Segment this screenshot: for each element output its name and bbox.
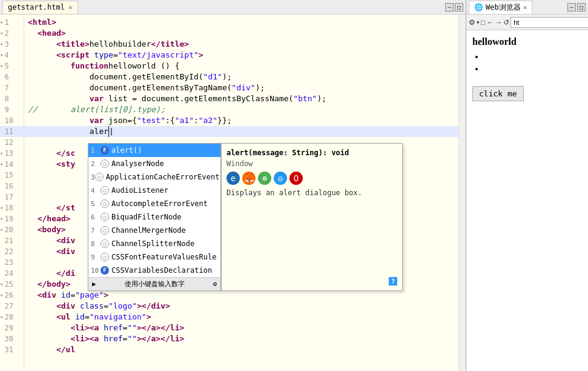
line-number: 8 <box>0 93 24 104</box>
browser-new-tab-button[interactable]: □ <box>481 16 485 28</box>
code-line-30: <li><a href=""></a></li> <box>24 333 458 344</box>
browser-panel: 🌐 Web浏览器 × — □ ⚙ ▾ □ ← → ↺ helloworld cl… <box>466 0 588 371</box>
autocomplete-item-label: AudioListener <box>111 186 218 195</box>
line-number: 29 <box>0 323 24 333</box>
line-number: 6 <box>0 72 24 82</box>
code-line-29: <li><a href=""></a></li> <box>24 323 458 333</box>
autocomplete-item-label: BiquadFilterNode <box>111 213 218 221</box>
line-number: 10 <box>0 115 24 126</box>
autocomplete-item-cssvariables[interactable]: 10 F CSSVariablesDeclaration <box>88 264 220 277</box>
line-number: ▾1 <box>0 17 24 28</box>
browser-maximize-button[interactable]: □ <box>577 3 586 12</box>
line-number: 27 <box>0 301 24 312</box>
autocomplete-item-autocompleteerror[interactable]: 5 ○ AutocompleteErrorEvent <box>88 197 220 210</box>
autocomplete-item-label: ChannelMergerNode <box>111 226 218 235</box>
line-number: 11 <box>0 126 24 137</box>
browser-dropdown-button[interactable]: ▾ <box>477 16 480 28</box>
autocomplete-item-icon: F <box>101 266 109 275</box>
autocomplete-footer-arrow: ▶ <box>92 280 96 288</box>
line-numbers: ▾1 ▾2 ▾3 ▾4 ▾5 6 7 8 9 10 11 12 ▾13 ▾14 … <box>0 15 24 371</box>
autocomplete-item-label: ApplicationCacheErrorEvent <box>106 173 220 181</box>
autocomplete-item-biquadfilter[interactable]: 6 ○ BiquadFilterNode <box>88 210 220 224</box>
editor-minimize-button[interactable]: — <box>445 3 454 12</box>
browser-toolbar: ⚙ ▾ □ ← → ↺ <box>466 15 588 30</box>
code-line-6: document.getElementById("d1"); <box>24 72 458 82</box>
code-line-7: document.getElementsByTagName("div"); <box>24 82 458 93</box>
line-number: ▾19 <box>0 213 24 224</box>
browser-tab-close[interactable]: × <box>523 4 527 12</box>
line-number: ▾28 <box>0 312 24 323</box>
browser-settings-button[interactable]: ⚙ <box>469 16 475 28</box>
line-number: 30 <box>0 333 24 344</box>
line-number: ▾18 <box>0 202 24 213</box>
browser-tab-label: Web浏览器 <box>486 2 521 13</box>
editor-tab[interactable]: getstart.html × <box>2 1 78 14</box>
code-line-3: <title>hellohbuilder</title> <box>24 39 458 50</box>
browser-heading: helloworld <box>472 36 582 47</box>
chrome-icon: ⊕ <box>258 172 271 185</box>
browser-refresh-button[interactable]: ↺ <box>503 16 509 28</box>
autocomplete-list: 1 F alert() 2 ○ AnalyserNode 3 ○ Applica… <box>88 143 221 291</box>
browser-minimize-button[interactable]: — <box>567 3 576 12</box>
autocomplete-item-label: CSSVariablesDeclaration <box>111 266 218 275</box>
autocomplete-item-channelmerger[interactable]: 7 ○ ChannelMergerNode <box>88 224 220 237</box>
autocomplete-footer: ▶ 使用小键盘输入数字 ⚙ <box>88 277 220 290</box>
autocomplete-item-num: 9 <box>91 253 101 261</box>
info-signature: alert(message: String): void <box>226 149 397 157</box>
code-line-5: function helloworld () { <box>24 61 458 72</box>
autocomplete-item-channelsplitter[interactable]: 8 ○ ChannelSplitterNode <box>88 237 220 250</box>
autocomplete-item-icon: ○ <box>95 173 104 181</box>
line-number: ▾4 <box>0 50 24 61</box>
autocomplete-item-cssfontfeature[interactable]: 9 ○ CSSFontFeatureValuesRule <box>88 250 220 264</box>
line-number: 22 <box>0 246 24 257</box>
autocomplete-footer-text: 使用小键盘输入数字 <box>125 279 185 289</box>
editor-scrollbar[interactable] <box>458 15 466 371</box>
help-icon[interactable]: ? <box>389 277 397 286</box>
autocomplete-info-panel: alert(message: String): void Window e 🦊 … <box>221 143 403 291</box>
autocomplete-item-num: 6 <box>91 213 101 221</box>
editor-tab-close[interactable]: × <box>68 4 73 12</box>
browser-tab[interactable]: 🌐 Web浏览器 × <box>469 1 532 14</box>
line-number: 9 <box>0 104 24 115</box>
line-number: 12 <box>0 137 24 148</box>
autocomplete-item-icon: ○ <box>101 159 109 168</box>
browser-address-bar[interactable] <box>510 17 588 28</box>
code-line-27: <div class="logo"></div> <box>24 301 458 312</box>
autocomplete-item-icon: ○ <box>101 239 109 248</box>
autocomplete-item-analysernode[interactable]: 2 ○ AnalyserNode <box>88 157 220 170</box>
line-number: 23 <box>0 257 24 268</box>
browser-win-controls: — □ <box>567 3 586 12</box>
autocomplete-item-icon: ○ <box>101 253 109 261</box>
code-line-11[interactable]: aler| <box>24 126 458 137</box>
line-number: ▾5 <box>0 61 24 72</box>
editor-body: ▾1 ▾2 ▾3 ▾4 ▾5 6 7 8 9 10 11 12 ▾13 ▾14 … <box>0 15 466 371</box>
gear-icon[interactable]: ⚙ <box>213 280 217 288</box>
autocomplete-item-icon: ○ <box>101 226 109 235</box>
line-number: 21 <box>0 235 24 246</box>
autocomplete-item-label: AutocompleteErrorEvent <box>111 199 218 208</box>
editor-maximize-button[interactable]: □ <box>455 3 463 12</box>
line-number: ▾26 <box>0 290 24 301</box>
line-number: ▾20 <box>0 224 24 235</box>
autocomplete-item-icon: ○ <box>101 186 109 195</box>
browser-forward-button[interactable]: → <box>495 16 502 28</box>
autocomplete-item-num: 8 <box>91 240 101 248</box>
autocomplete-item-applicationcache[interactable]: 3 ○ ApplicationCacheErrorEvent <box>88 170 220 184</box>
line-number: ▾25 <box>0 279 24 290</box>
autocomplete-item-audiolistener[interactable]: 4 ○ AudioListener <box>88 184 220 197</box>
click-me-button[interactable]: click me <box>472 86 524 101</box>
browser-back-button[interactable]: ← <box>486 16 494 28</box>
browser-content: helloworld click me <box>466 30 588 371</box>
autocomplete-container: 1 F alert() 2 ○ AnalyserNode 3 ○ Applica… <box>88 143 403 291</box>
editor-tab-label: getstart.html <box>8 3 65 12</box>
line-number: 16 <box>0 181 24 192</box>
autocomplete-item-label: CSSFontFeatureValuesRule <box>111 253 218 261</box>
globe-icon: 🌐 <box>474 3 483 12</box>
autocomplete-item-label: ChannelSplitterNode <box>111 239 218 248</box>
info-context: Window <box>226 159 397 168</box>
autocomplete-item-num: 5 <box>91 200 101 208</box>
autocomplete-item-alert[interactable]: 1 F alert() <box>88 144 220 157</box>
code-line-10: var json={"test":{"a1":"a2"}}; <box>24 115 458 126</box>
code-line-1: <html> <box>24 17 458 28</box>
autocomplete-item-label: AnalyserNode <box>111 159 218 168</box>
